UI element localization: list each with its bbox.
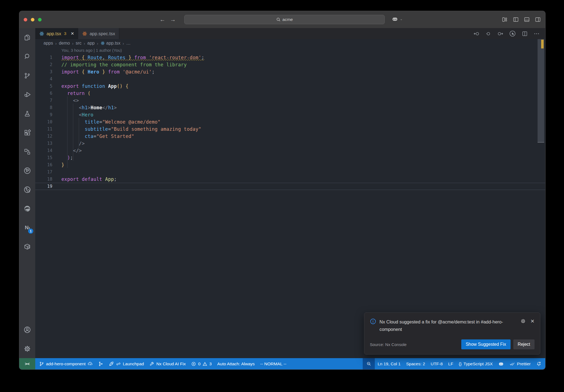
status-language[interactable]: {}TypeScript JSX: [456, 358, 495, 369]
status-copilot[interactable]: [495, 358, 507, 369]
sidebar-item-run-debug[interactable]: [19, 85, 35, 104]
status-nx-cloud-fix[interactable]: Nx Cloud AI Fix: [147, 358, 189, 369]
reject-button[interactable]: Reject: [513, 339, 535, 349]
breadcrumb-item[interactable]: app: [87, 41, 95, 46]
tab-app-tsx[interactable]: app.tsx 3 ✕: [35, 28, 78, 39]
history-back-button[interactable]: ←: [158, 15, 167, 24]
chevron-right-icon: ›: [97, 41, 98, 46]
auto-attach-label: Auto Attach: Always: [217, 361, 255, 366]
tab-app-spec-tsx[interactable]: app.spec.tsx: [78, 28, 119, 39]
sidebar-item-extensions[interactable]: [19, 123, 35, 142]
run-icon[interactable]: [509, 30, 516, 37]
sidebar-item-edge-browser[interactable]: [19, 199, 35, 218]
split-editor-icon[interactable]: [522, 31, 528, 37]
code-line[interactable]: 6 return (: [35, 90, 545, 97]
code-line[interactable]: 15 );: [35, 154, 545, 161]
close-icon[interactable]: ✕: [71, 31, 74, 36]
code-line[interactable]: 1import { Route, Routes } from 'react-ro…: [35, 54, 545, 61]
search-icon: [24, 53, 31, 60]
status-zoom-indicator[interactable]: [363, 358, 375, 369]
status-cursor-position[interactable]: Ln 19, Col 1: [375, 358, 403, 369]
sidebar-item-nx-console[interactable]: N›1: [19, 218, 35, 237]
code-line[interactable]: 7 <>: [35, 97, 545, 104]
copilot-menu[interactable]: ⌄: [392, 16, 403, 22]
sidebar-item-gitlens[interactable]: [19, 161, 35, 180]
code-line[interactable]: 17: [35, 168, 545, 176]
code-line[interactable]: 13 />: [35, 140, 545, 147]
code-token: <: [79, 112, 82, 118]
code-token: function: [82, 83, 105, 89]
sidebar-item-project-structure[interactable]: [19, 142, 35, 161]
code-line[interactable]: 14 </>: [35, 147, 545, 154]
toggle-primary-sidebar-icon[interactable]: [513, 17, 519, 23]
status-problems[interactable]: 0 3: [188, 358, 214, 369]
code-line[interactable]: 18export default App;: [35, 176, 545, 183]
code-line[interactable]: 9 <Hero: [35, 111, 545, 118]
line-number: 5: [35, 84, 52, 89]
code-line[interactable]: 2// importing the component from the lib…: [35, 61, 545, 68]
maximize-window-button[interactable]: [38, 18, 42, 21]
titlebar: ← → acme ⌄: [19, 11, 545, 28]
editor-toolbar: [473, 28, 545, 39]
sidebar-item-search[interactable]: [19, 47, 35, 66]
status-formatter[interactable]: Prettier: [507, 358, 533, 369]
editor-scrollbar-thumb[interactable]: [538, 39, 544, 143]
status-commit-graph[interactable]: [96, 358, 106, 369]
breadcrumb-item-symbol[interactable]: …: [126, 41, 131, 46]
line-number: 19: [35, 184, 52, 189]
sidebar-item-settings[interactable]: [19, 339, 35, 358]
status-branch[interactable]: add-hero-component: [35, 358, 96, 369]
sidebar-item-testing[interactable]: [19, 104, 35, 123]
sidebar-item-containers[interactable]: [19, 237, 35, 256]
tab-label: app.tsx: [47, 31, 61, 36]
code-line[interactable]: 16}: [35, 161, 545, 168]
breadcrumb-item-file[interactable]: app.tsx: [101, 41, 121, 46]
tab-label: app.spec.tsx: [90, 31, 115, 36]
code-line[interactable]: 4: [35, 75, 545, 83]
code-line[interactable]: 3import { Hero } from '@acme/ui';: [35, 68, 545, 75]
close-window-button[interactable]: [24, 18, 27, 21]
customize-layout-icon[interactable]: [502, 17, 508, 23]
nav-forward-circle-icon[interactable]: [497, 31, 503, 37]
toggle-secondary-sidebar-icon[interactable]: [535, 17, 541, 23]
remote-indicator[interactable]: ><: [19, 358, 35, 369]
code-line[interactable]: 10 title="Welcmoe @acme/demo": [35, 118, 545, 126]
sidebar-item-explorer[interactable]: [19, 28, 35, 47]
breadcrumb-item[interactable]: src: [76, 41, 82, 46]
close-icon[interactable]: ✕: [530, 318, 535, 324]
breadcrumb-item[interactable]: apps: [44, 41, 53, 46]
nav-current-circle-icon[interactable]: [485, 31, 492, 37]
status-launchpad[interactable]: Launchpad: [106, 358, 147, 369]
breadcrumb-item[interactable]: demo: [59, 41, 70, 46]
code-line[interactable]: 8 <h1>Home</h1>: [35, 104, 545, 111]
code-line[interactable]: 12 cta="Get Started": [35, 133, 545, 140]
history-forward-button[interactable]: →: [169, 15, 177, 24]
code-token: [85, 69, 88, 75]
sidebar-item-source-control[interactable]: [19, 66, 35, 85]
command-center-search[interactable]: acme: [184, 15, 385, 24]
more-actions-icon[interactable]: [533, 31, 540, 37]
line-content: subtitle="Build something amazing today": [61, 126, 201, 132]
status-encoding[interactable]: UTF-8: [428, 358, 446, 369]
code-line[interactable]: 11 subtitle="Build something amazing tod…: [35, 126, 545, 133]
status-notifications[interactable]: [533, 358, 545, 369]
status-eol[interactable]: LF: [446, 358, 456, 369]
code-token: cta: [85, 134, 94, 139]
status-indentation[interactable]: Spaces: 2: [403, 358, 428, 369]
code-line[interactable]: 19: [35, 183, 545, 190]
status-vim-mode[interactable]: -- NORMAL --: [257, 358, 289, 369]
status-auto-attach[interactable]: Auto Attach: Always: [215, 358, 257, 369]
sidebar-item-gitlens-inspect[interactable]: [19, 180, 35, 199]
show-suggested-fix-button[interactable]: Show Suggested Fix: [461, 339, 511, 349]
gear-icon[interactable]: [520, 318, 526, 324]
nav-back-circle-icon[interactable]: [473, 31, 480, 37]
editor-pane[interactable]: You, 3 hours ago | 1 author (You) 1impor…: [35, 47, 545, 358]
minimize-window-button[interactable]: [31, 18, 34, 21]
code-token: [79, 55, 82, 60]
activity-bar: N›1: [19, 28, 35, 358]
copilot-icon: [392, 16, 398, 22]
code-token: }: [102, 69, 105, 75]
toggle-panel-icon[interactable]: [524, 17, 530, 23]
sidebar-item-account[interactable]: [19, 320, 35, 339]
code-line[interactable]: 5export function App() {: [35, 83, 545, 90]
